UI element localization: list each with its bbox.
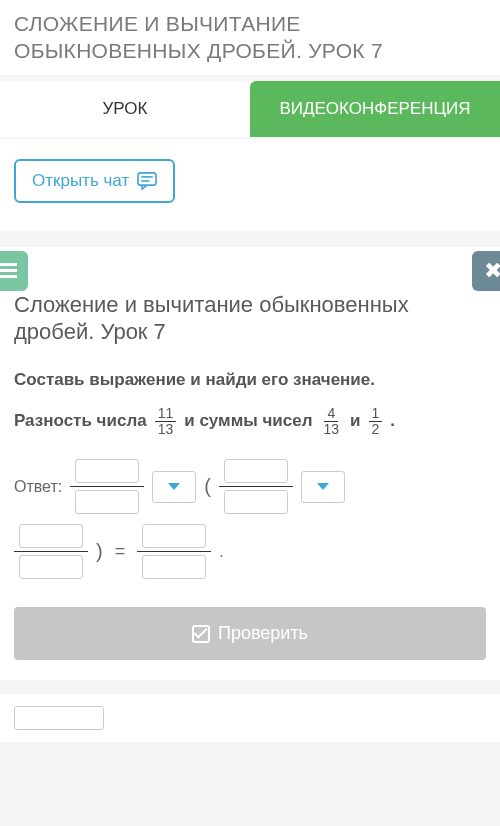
fraction-input-2 [219,459,293,514]
numerator-input-3[interactable] [19,524,83,548]
denominator-input-1[interactable] [75,490,139,514]
svg-rect-0 [138,172,156,184]
open-chat-button[interactable]: Открыть чат [14,159,175,203]
menu-icon [0,260,17,281]
page-title: СЛОЖЕНИЕ И ВЫЧИТАНИЕ ОБЫКНОВЕННЫХ ДРОБЕЙ… [0,0,500,75]
stub-input[interactable] [14,706,104,730]
tab-lesson[interactable]: УРОК [0,81,250,137]
chevron-down-icon [317,483,329,490]
problem-text-4: . [390,411,395,431]
close-icon: ✖ [484,258,500,284]
chevron-down-icon [168,483,180,490]
denominator-input-3[interactable] [19,555,83,579]
bottom-section [0,694,500,742]
chat-icon [137,172,157,190]
answer-area: Ответ: ( [14,459,486,579]
numerator-input-1[interactable] [75,459,139,483]
chat-bar: Открыть чат [0,139,500,231]
fraction-2: 4 13 [321,406,343,438]
fraction-1: 11 13 [155,406,177,438]
task-instruction: Составь выражение и найди его значение. [14,370,486,390]
fraction-input-1 [70,459,144,514]
numerator-input-result[interactable] [142,524,206,548]
lesson-content: ✖ Сложение и вычитание обыкновенных дроб… [0,247,500,681]
tab-videoconference[interactable]: ВИДЕОКОНФЕРЕНЦИЯ [250,81,500,137]
open-chat-label: Открыть чат [32,171,129,191]
period: . [219,543,223,561]
menu-button[interactable] [0,251,28,291]
denominator-input-2[interactable] [224,490,288,514]
equals-sign: = [115,541,126,562]
paren-close: ) [96,540,103,563]
close-button[interactable]: ✖ [472,251,500,291]
lesson-title: Сложение и вычитание обыкновенных дробей… [14,247,486,346]
fraction-input-3 [14,524,88,579]
fraction-3: 1 2 [369,406,383,438]
answer-label: Ответ: [14,478,62,496]
numerator-input-2[interactable] [224,459,288,483]
operator-select-2[interactable] [301,471,345,503]
problem-text-1: Разность числа [14,411,147,431]
paren-open: ( [204,475,211,498]
problem-statement: Разность числа 11 13 и суммы чисел 4 13 … [14,406,486,438]
operator-select-1[interactable] [152,471,196,503]
check-label: Проверить [218,623,308,644]
problem-text-3: и [350,411,360,431]
check-button[interactable]: Проверить [14,607,486,660]
check-icon [192,625,210,643]
denominator-input-result[interactable] [142,555,206,579]
fraction-input-result [137,524,211,579]
problem-text-2: и суммы чисел [184,411,312,431]
tabs: УРОК ВИДЕОКОНФЕРЕНЦИЯ [0,81,500,137]
